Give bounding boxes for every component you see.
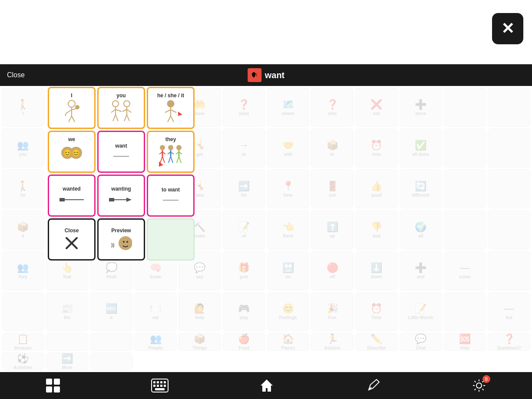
bg-cell: ⬇️down	[355, 251, 398, 290]
grid-cell-want[interactable]: want ——	[97, 131, 145, 173]
svg-rect-52	[109, 198, 114, 201]
bg-cell: 🔤a	[90, 292, 133, 331]
svg-line-35	[160, 156, 162, 163]
bg-cell: ⬆️up	[311, 210, 354, 249]
grid-cell-we[interactable]: we 😊 😊	[48, 131, 96, 173]
grid-cell-close[interactable]: Close	[48, 218, 96, 261]
figure-we: 😊 😊	[56, 143, 87, 167]
bg-cell: 🙋help	[178, 292, 221, 331]
cell-label-we: we	[68, 136, 75, 142]
cell-label-wanted: wanted	[63, 186, 80, 192]
grid-cell-wanting[interactable]: wanting	[97, 175, 145, 217]
svg-rect-50	[59, 198, 65, 201]
want-dash: ——	[113, 152, 129, 161]
home-icon	[259, 378, 274, 393]
bg-cell: 📋because	[2, 333, 44, 351]
home-button[interactable]	[259, 378, 274, 393]
svg-line-47	[177, 156, 179, 163]
bg-cell: 🎉Fun	[311, 292, 354, 331]
figure-he-she-it	[155, 99, 186, 123]
bg-cell	[444, 210, 486, 249]
bg-cell: 🔛on	[267, 251, 310, 290]
header-title: want	[265, 70, 285, 80]
svg-rect-74	[155, 388, 165, 390]
bg-cell: 🚶he	[2, 169, 44, 208]
popup-grid: I you	[48, 87, 195, 261]
svg-rect-63	[46, 386, 52, 392]
cell-label-they: they	[165, 136, 176, 142]
bg-cell: 📦it	[2, 210, 44, 249]
svg-line-10	[111, 109, 116, 112]
close-x-button[interactable]: ✕	[492, 13, 523, 44]
grid-cell-empty[interactable]	[147, 218, 195, 261]
bg-cell: 🌍all	[400, 210, 442, 249]
bg-cell: 🚶I	[2, 88, 44, 127]
svg-marker-49	[159, 162, 163, 167]
bg-cell: 🍽️eat	[134, 292, 177, 331]
grid-cell-to-want[interactable]: to want ——	[147, 175, 195, 217]
header-center: 🗣 want	[248, 68, 285, 82]
grid-cell-he-she-it[interactable]: he / she / it	[147, 87, 195, 129]
bg-cell: 👈there	[267, 210, 310, 249]
bg-cell: 😊Feelings	[267, 292, 310, 331]
grid-cell-you[interactable]: you	[97, 87, 145, 129]
pen-icon	[365, 378, 381, 393]
svg-point-31	[160, 145, 165, 150]
svg-line-3	[65, 113, 66, 116]
svg-marker-26	[178, 112, 182, 116]
bg-cell: —but	[488, 292, 530, 331]
cell-label-you: you	[116, 92, 126, 99]
settings-badge: 8	[482, 375, 490, 383]
preview-icon: ))	[110, 234, 132, 252]
bg-cell: 🔴off	[311, 251, 354, 290]
grid-cell-they[interactable]: they	[147, 131, 195, 173]
settings-button[interactable]: 8	[471, 378, 487, 393]
header-close-button[interactable]: Close	[7, 71, 25, 79]
bg-cell	[444, 88, 486, 127]
svg-rect-62	[54, 379, 60, 385]
svg-rect-73	[164, 385, 166, 387]
bg-cell: —some	[444, 251, 486, 290]
bg-cell: ⏰Time	[355, 292, 398, 331]
svg-point-20	[167, 100, 174, 107]
svg-line-11	[116, 109, 122, 112]
bg-cell: 👥they	[2, 251, 44, 290]
grid-view-button[interactable]	[45, 378, 61, 393]
bg-cell: 📦in	[311, 129, 354, 168]
header-icon: 🗣	[248, 68, 261, 82]
bg-cell	[488, 169, 530, 208]
bg-cell: 👥you	[2, 129, 44, 168]
svg-point-76	[476, 383, 482, 388]
svg-line-16	[122, 109, 127, 112]
svg-line-24	[168, 116, 171, 122]
main-content: 🚶I👉you👤he/she/it🤸do🤲have❓what🗺️where❓who…	[0, 86, 532, 372]
cell-label-wanting: wanting	[111, 186, 131, 192]
svg-line-18	[124, 115, 127, 121]
svg-line-36	[162, 156, 165, 163]
bg-cell: ✅all done	[400, 129, 442, 168]
keyboard-icon	[151, 379, 169, 392]
top-area: ✕	[0, 0, 532, 64]
bg-cell: 🎁give	[223, 251, 265, 290]
bg-cell: ➡️for	[223, 169, 265, 208]
svg-text:)): ))	[111, 242, 115, 247]
keyboard-button[interactable]	[151, 379, 169, 392]
bg-cell: 🍎Food	[223, 333, 265, 351]
pen-button[interactable]	[365, 378, 381, 393]
grid-cell-wanted[interactable]: wanted	[48, 175, 96, 217]
bg-cell: 📍here	[267, 169, 310, 208]
cell-label-preview: Preview	[111, 228, 131, 234]
bg-cell: ❌not	[355, 88, 398, 127]
svg-line-48	[179, 156, 181, 163]
bg-cell: 🏠Places	[267, 333, 310, 351]
grid-icon	[45, 378, 61, 393]
bg-cell	[488, 129, 530, 168]
svg-line-12	[113, 115, 116, 121]
svg-line-41	[169, 156, 171, 163]
grid-cell-preview[interactable]: Preview ))	[97, 218, 145, 261]
grid-cell-I[interactable]: I	[48, 87, 96, 129]
bg-cell	[488, 251, 530, 290]
svg-rect-72	[160, 385, 162, 387]
svg-line-17	[127, 109, 131, 112]
svg-point-14	[124, 101, 130, 107]
